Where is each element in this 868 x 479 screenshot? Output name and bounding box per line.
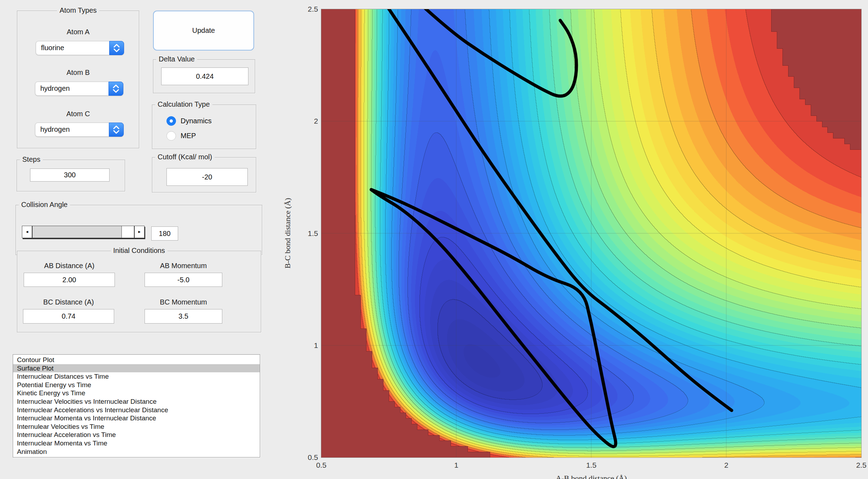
list-item[interactable]: Potential Energy vs Time [13,381,260,389]
radio-dynamics-label: Dynamics [181,117,212,125]
radio-dynamics[interactable]: Dynamics [166,116,244,126]
slider-decrement-button[interactable]: ◂ [22,226,33,238]
atom-a-label: Atom A [17,28,139,36]
slider-thumb[interactable] [33,226,122,238]
bc-distance-label: BC Distance (A) [23,298,114,306]
list-item[interactable]: Internuclear Distances vs Time [13,372,260,381]
dropdown-stepper-icon[interactable] [109,41,124,55]
ab-momentum-field[interactable] [145,273,222,287]
atom-types-panel: Atom Types Atom A fluorine Atom B hydrog… [17,11,139,148]
y-tick-label: 2 [314,117,318,125]
collision-angle-field[interactable] [151,226,178,241]
update-button[interactable]: Update [153,11,254,51]
delta-value-panel: Delta Value [153,59,255,93]
list-item[interactable]: Contour Plot [13,356,260,364]
initial-conditions-panel: Initial Conditions AB Distance (A) AB Mo… [17,251,261,332]
list-item[interactable]: Surface Plot [13,364,260,373]
atom-b-label: Atom B [17,69,139,77]
steps-title: Steps [20,155,43,164]
atom-a-dropdown[interactable]: fluorine [36,41,124,55]
cutoff-field[interactable] [166,168,248,186]
radio-mep[interactable]: MEP [166,131,244,141]
list-item[interactable]: Kinetic Energy vs Time [13,389,260,397]
ab-distance-label: AB Distance (A) [24,262,115,270]
dropdown-stepper-icon[interactable] [108,82,123,96]
y-tick-label: 0.5 [308,453,318,462]
x-tick-label: 1.5 [586,461,596,469]
collision-angle-title: Collision Angle [19,201,70,209]
initial-conditions-title: Initial Conditions [111,247,168,255]
contour-surface-canvas [321,9,862,458]
cutoff-title: Cutoff (Kcal/ mol) [155,153,215,161]
atom-b-value: hydrogen [40,84,70,93]
list-item[interactable]: Internuclear Momenta vs Time [13,439,260,448]
delta-value-field[interactable] [161,67,248,85]
list-item[interactable]: Internuclear Velocities vs Internuclear … [13,397,260,406]
radio-button-icon[interactable] [166,116,176,126]
atom-a-value: fluorine [41,44,64,52]
steps-field[interactable] [30,168,110,182]
pes-contour-plot: 0.511.522.5 0.511.522.5 A-B bond distanc… [321,9,861,457]
bc-momentum-field[interactable] [145,309,222,324]
x-tick-label: 2 [724,461,728,469]
ab-distance-field[interactable] [24,273,115,287]
calculation-type-panel: Calculation Type Dynamics MEP [152,105,256,149]
x-tick-label: 0.5 [316,461,326,469]
list-item[interactable]: Internulear Velocities vs Time [13,422,260,431]
slider-trough[interactable] [33,226,134,238]
y-tick-label: 1 [314,341,318,350]
bc-momentum-label: BC Momentum [145,298,222,306]
delta-value-title: Delta Value [156,55,197,63]
atom-c-value: hydrogen [40,125,70,134]
x-axis-label: A-B bond distance (Å) [556,474,627,479]
list-item[interactable]: Internuclear Momenta vs Internuclear Dis… [13,414,260,422]
y-tick-label: 1.5 [308,229,318,238]
x-tick-label: 2.5 [856,461,866,469]
dropdown-stepper-icon[interactable] [109,123,124,137]
atom-types-title: Atom Types [57,6,99,14]
list-item[interactable]: Internuclear Accelerations vs Internucle… [13,406,260,414]
bc-distance-field[interactable] [23,309,114,324]
y-axis-label: B-C bond distance (Å) [283,198,292,268]
atom-c-label: Atom C [17,110,139,118]
collision-angle-slider[interactable]: ◂ ▸ [22,226,145,238]
y-tick-label: 2.5 [308,5,318,13]
atom-c-dropdown[interactable]: hydrogen [35,123,124,137]
list-item[interactable]: Internuclear Acceleration vs Time [13,431,260,439]
calculation-type-title: Calculation Type [155,100,212,108]
list-item[interactable]: Animation [13,448,260,456]
plot-type-listbox[interactable]: Contour PlotSurface PlotInternuclear Dis… [13,354,260,457]
atom-b-dropdown[interactable]: hydrogen [35,82,123,96]
ab-momentum-label: AB Momentum [145,262,222,270]
x-tick-label: 1 [454,461,458,469]
radio-button-icon[interactable] [166,131,176,141]
steps-panel: Steps [17,160,125,191]
slider-increment-button[interactable]: ▸ [134,226,144,238]
cutoff-panel: Cutoff (Kcal/ mol) [152,157,256,193]
radio-mep-label: MEP [181,132,196,140]
